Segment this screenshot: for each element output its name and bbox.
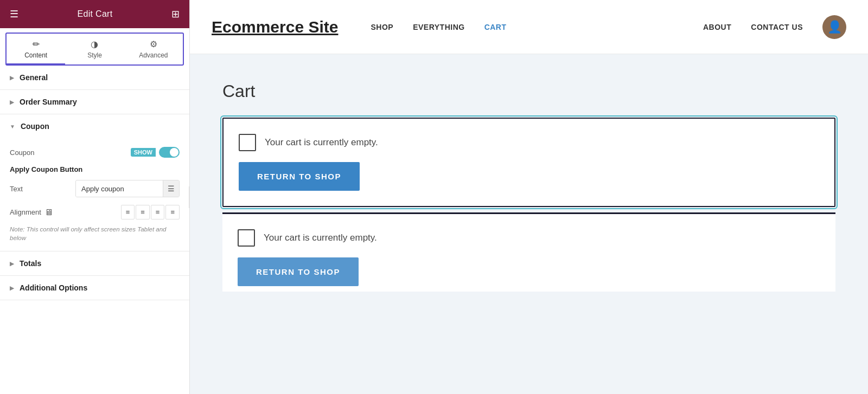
order-summary-label: Order Summary xyxy=(20,98,77,106)
tab-style[interactable]: ◑ Style xyxy=(65,34,124,64)
chevron-right-icon: ▶ xyxy=(10,75,14,81)
alignment-note: Note: This control will only affect scre… xyxy=(10,225,180,242)
page-title: Cart xyxy=(222,81,835,101)
grid-icon[interactable]: ⊞ xyxy=(171,8,180,20)
gear-icon: ⚙ xyxy=(150,39,157,49)
main-content: Ecommerce Site SHOP EVERYTHING CART ABOU… xyxy=(190,0,868,394)
pencil-icon: ✏ xyxy=(33,39,40,49)
site-nav-right: ABOUT CONTACT US 👤 xyxy=(703,15,846,39)
sidebar-sections: ▶ General ▶ Order Summary ▼ Coupon Coupo… xyxy=(0,66,189,394)
coupon-section-expanded: Coupon SHOW Apply Coupon Button Text ☰ xyxy=(0,138,189,251)
text-align-icon-btn[interactable]: ☰ xyxy=(163,180,179,197)
nav-about[interactable]: ABOUT xyxy=(703,23,731,31)
coupon-toggle-switch[interactable] xyxy=(159,147,180,158)
sidebar-item-order-summary[interactable]: ▶ Order Summary xyxy=(0,90,189,114)
cart-empty-text-2: Your cart is currently empty. xyxy=(264,232,377,243)
coupon-label: Coupon xyxy=(21,122,49,131)
avatar[interactable]: 👤 xyxy=(822,15,846,39)
sidebar: ☰ Edit Cart ⊞ ✏ Content ◑ Style ⚙ Advanc… xyxy=(0,0,190,394)
nav-contact-us[interactable]: CONTACT US xyxy=(751,23,803,31)
coupon-field-label: Coupon xyxy=(10,148,35,157)
chevron-down-icon: ▼ xyxy=(10,124,15,130)
align-center-btn[interactable]: ≡ xyxy=(136,205,150,219)
text-field-row: Text ☰ xyxy=(10,180,180,197)
tab-style-label: Style xyxy=(87,51,102,59)
text-input-wrap: ☰ xyxy=(75,180,180,197)
return-to-shop-button-2[interactable]: RETURN TO SHOP xyxy=(238,257,359,286)
hamburger-icon[interactable]: ☰ xyxy=(10,8,18,20)
alignment-label-wrap: Alignment 🖥 xyxy=(10,208,53,217)
align-justify-btn[interactable]: ≡ xyxy=(165,205,180,219)
alignment-row: Alignment 🖥 ≡ ≡ ≡ ≡ xyxy=(10,205,180,219)
alignment-label: Alignment xyxy=(10,208,41,216)
additional-options-label: Additional Options xyxy=(20,283,87,292)
apply-coupon-text-input[interactable] xyxy=(76,181,163,197)
page-body: Cart Your cart is currently empty. RETUR… xyxy=(190,54,868,394)
style-icon: ◑ xyxy=(91,39,98,49)
chevron-right-icon: ▶ xyxy=(10,99,14,105)
tabs-row: ✏ Content ◑ Style ⚙ Advanced xyxy=(5,33,184,66)
cart-empty-text-1: Your cart is currently empty. xyxy=(265,137,378,148)
totals-label: Totals xyxy=(20,259,41,268)
tab-advanced[interactable]: ⚙ Advanced xyxy=(124,34,183,64)
nav-shop[interactable]: SHOP xyxy=(371,23,393,31)
cart-section-2: Your cart is currently empty. RETURN TO … xyxy=(222,212,835,292)
sidebar-item-totals[interactable]: ▶ Totals xyxy=(0,251,189,276)
cart-box-1: Your cart is currently empty. RETURN TO … xyxy=(222,118,835,207)
chevron-right-icon: ▶ xyxy=(10,261,14,267)
nav-everything[interactable]: EVERYTHING xyxy=(413,23,465,31)
sidebar-header: ☰ Edit Cart ⊞ xyxy=(0,0,189,28)
align-buttons: ≡ ≡ ≡ ≡ xyxy=(121,205,180,219)
cart-box-icon-2 xyxy=(238,229,255,247)
monitor-icon: 🖥 xyxy=(44,208,53,217)
align-left-btn[interactable]: ≡ xyxy=(121,205,135,219)
cart-box-icon-1 xyxy=(239,134,256,151)
toggle-show-label: SHOW xyxy=(131,148,156,157)
sidebar-item-coupon[interactable]: ▼ Coupon xyxy=(0,114,189,138)
align-right-btn[interactable]: ≡ xyxy=(151,205,165,219)
sidebar-item-general[interactable]: ▶ General xyxy=(0,66,189,90)
site-logo[interactable]: Ecommerce Site xyxy=(212,18,338,36)
cart-empty-row-2: Your cart is currently empty. xyxy=(222,214,835,257)
return-to-shop-button[interactable]: RETURN TO SHOP xyxy=(239,162,360,191)
site-header: Ecommerce Site SHOP EVERYTHING CART ABOU… xyxy=(190,0,868,54)
nav-cart[interactable]: CART xyxy=(484,23,507,31)
general-label: General xyxy=(20,73,48,82)
sidebar-item-additional-options[interactable]: ▶ Additional Options xyxy=(0,276,189,300)
text-field-label: Text xyxy=(10,185,23,193)
cart-empty-row-1: Your cart is currently empty. xyxy=(224,119,834,162)
sidebar-title: Edit Cart xyxy=(78,9,113,19)
apply-coupon-subtitle: Apply Coupon Button xyxy=(10,165,180,173)
tab-advanced-label: Advanced xyxy=(139,51,168,59)
tab-content-label: Content xyxy=(24,51,47,59)
coupon-toggle-row: Coupon SHOW xyxy=(10,147,180,158)
site-nav: SHOP EVERYTHING CART xyxy=(371,23,506,31)
chevron-right-icon: ▶ xyxy=(10,285,14,291)
coupon-toggle-wrap[interactable]: SHOW xyxy=(131,147,180,158)
tab-content[interactable]: ✏ Content xyxy=(7,34,65,64)
